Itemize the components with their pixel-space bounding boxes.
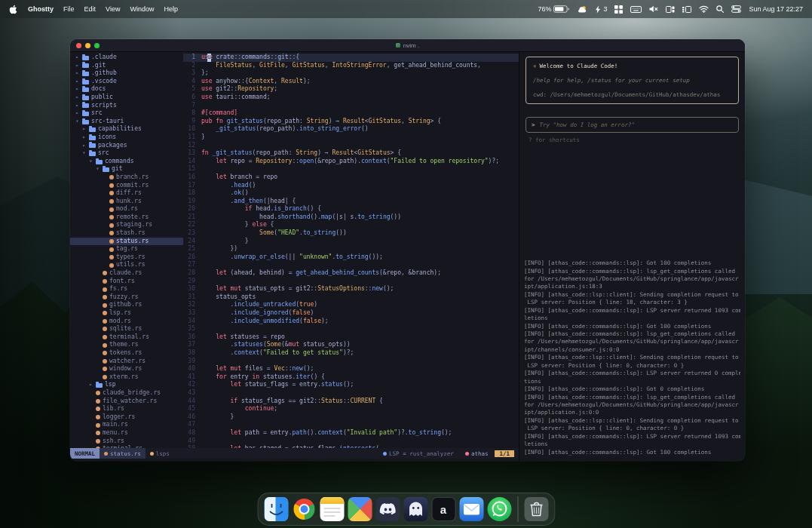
tree-folder-git[interactable]: ▾git xyxy=(70,165,183,173)
code-line[interactable]: 40 let mut files = Vec::new(); xyxy=(183,365,519,373)
tree-file-xterm.rs[interactable]: xterm.rs xyxy=(70,373,183,382)
code-line[interactable]: 22 } else { xyxy=(183,221,519,229)
code-line[interactable]: 26 .unwrap_or_else(|| "unknown".to_strin… xyxy=(183,253,519,262)
code-line[interactable]: 50 let has_staged = status_flags.interse… xyxy=(183,445,519,448)
chrome-dock-icon[interactable] xyxy=(292,497,316,521)
tree-folder-commands[interactable]: ▾commands xyxy=(70,158,183,166)
tree-file-mod.rs[interactable]: mod.rs xyxy=(70,205,183,213)
tree-file-branch.rs[interactable]: branch.rs xyxy=(70,173,183,182)
code-line[interactable]: 30 let mut status_opts = git2::StatusOpt… xyxy=(183,285,519,293)
sound-muted[interactable] xyxy=(649,5,658,13)
tree-file-claude.rs[interactable]: claude.rs xyxy=(70,269,183,278)
tree-file-hunk.rs[interactable]: hunk.rs xyxy=(70,198,183,206)
notes-dock-icon[interactable] xyxy=(320,497,344,521)
code-line[interactable]: 27 xyxy=(183,261,519,269)
tree-folder-src[interactable]: ▸src xyxy=(70,109,183,118)
battery-status[interactable]: 76% xyxy=(538,5,569,13)
tree-file-staging.rs[interactable]: staging.rs xyxy=(70,221,183,229)
tree-file-sqlite.rs[interactable]: sqlite.rs xyxy=(70,325,183,333)
discord-dock-icon[interactable] xyxy=(375,497,400,521)
tree-file-mod.rs[interactable]: mod.rs xyxy=(70,318,183,326)
apple-menu[interactable] xyxy=(9,5,17,14)
tree-file-remote.rs[interactable]: remote.rs xyxy=(70,213,183,222)
zoom-button[interactable] xyxy=(94,43,100,48)
code-line[interactable]: 43 xyxy=(183,389,519,398)
tree-file-diff.rs[interactable]: diff.rs xyxy=(70,189,183,198)
tree-folder-capabilities[interactable]: ▸capabilities xyxy=(70,125,183,134)
menu-file[interactable]: File xyxy=(63,5,75,13)
code-line[interactable]: 21 head.shorthand().map(|s| s.to_string(… xyxy=(183,213,519,222)
code-line[interactable]: 32 .include_untracked(true) xyxy=(183,301,519,309)
code-line[interactable]: 37 .statuses(Some(&mut status_opts)) xyxy=(183,341,519,349)
mail-dock-icon[interactable] xyxy=(459,497,483,521)
weather-status[interactable] xyxy=(577,5,587,13)
statusline-filename[interactable]: status.rs xyxy=(100,448,146,459)
tree-folder-icons[interactable]: ▸icons xyxy=(70,134,183,142)
code-line[interactable]: 13fn _git_status(repo_path: String) → Re… xyxy=(183,149,519,158)
tree-file-file_watcher.rs[interactable]: file_watcher.rs xyxy=(70,398,183,406)
tree-file-theme.rs[interactable]: theme.rs xyxy=(70,341,183,349)
code-line[interactable]: 25 }) xyxy=(183,245,519,253)
code-line[interactable]: 2 FileStatus, GitFile, GitStatus, IntoSt… xyxy=(183,62,519,70)
code-line[interactable]: 20 if head.is_branch() { xyxy=(183,205,519,213)
code-line[interactable]: 5use git2::Repository; xyxy=(183,85,519,94)
menu-view[interactable]: View xyxy=(106,5,120,13)
menu-edit[interactable]: Edit xyxy=(84,5,97,13)
tree-file-font.rs[interactable]: font.rs xyxy=(70,278,183,286)
code-line[interactable]: 31 status_opts xyxy=(183,293,519,302)
code-line[interactable]: 16 let branch = repo xyxy=(183,173,519,182)
code-line[interactable]: 28 let (ahead, behind) = get_ahead_behin… xyxy=(183,269,519,278)
athas-dock-icon[interactable]: a xyxy=(431,497,455,521)
notification-count[interactable]: 3 xyxy=(595,5,607,14)
code-line[interactable]: 7 xyxy=(183,102,519,110)
code-line[interactable]: 29 xyxy=(183,278,519,286)
file-tree[interactable]: ▸.claude▸.git▸.github▸.vscode▸docs▸publi… xyxy=(70,52,183,448)
menu-clock[interactable]: Sun Aug 17 22:27 xyxy=(749,5,803,13)
code-line[interactable]: 41 for entry in statuses.iter() { xyxy=(183,373,519,382)
menu-help[interactable]: Help xyxy=(164,5,178,13)
tree-file-tokens.rs[interactable]: tokens.rs xyxy=(70,349,183,358)
tree-file-ssh.rs[interactable]: ssh.rs xyxy=(70,437,183,446)
keyboard-status[interactable] xyxy=(630,6,642,13)
code-line[interactable]: 10 _git_status(repo_path).into_string_er… xyxy=(183,125,519,134)
tree-file-tag.rs[interactable]: tag.rs xyxy=(70,245,183,253)
code-line[interactable]: 8#[command] xyxy=(183,109,519,118)
code-line[interactable]: 14 let repo = Repository::open(&repo_pat… xyxy=(183,158,519,166)
code-line[interactable]: 23 Some("HEAD".to_string()) xyxy=(183,229,519,238)
code-line[interactable]: 44 if status_flags == git2::Status::CURR… xyxy=(183,398,519,406)
code-line[interactable]: 35 xyxy=(183,325,519,333)
code-line[interactable]: 17 .head() xyxy=(183,182,519,190)
finder-dock-icon[interactable] xyxy=(264,497,288,521)
close-button[interactable] xyxy=(76,43,81,48)
tree-file-commit.rs[interactable]: commit.rs xyxy=(70,182,183,190)
code-line[interactable]: 33 .include_ignored(false) xyxy=(183,309,519,318)
app-menu-ghostty[interactable]: Ghostty xyxy=(28,5,54,13)
tree-file-window.rs[interactable]: window.rs xyxy=(70,365,183,373)
code-line[interactable]: 39 xyxy=(183,358,519,366)
mosaic-dock-icon[interactable] xyxy=(348,497,372,521)
tree-folder-.vscode[interactable]: ▸.vscode xyxy=(70,78,183,86)
tree-folder-packages[interactable]: ▸packages xyxy=(70,142,183,150)
tree-folder-scripts[interactable]: ▸scripts xyxy=(70,102,183,110)
tree-file-main.rs[interactable]: main.rs xyxy=(70,421,183,429)
display-tiles[interactable] xyxy=(666,6,675,13)
tree-file-claude_bridge.rs[interactable]: claude_bridge.rs xyxy=(70,389,183,398)
code-line[interactable]: 19 .and_then(|head| { xyxy=(183,198,519,206)
code-line[interactable]: 49 xyxy=(183,437,519,446)
tree-file-status.rs[interactable]: status.rs xyxy=(70,238,183,246)
code-editor[interactable]: 1use crate::commands::git::{u2 FileStatu… xyxy=(183,52,519,448)
trash-dock-icon[interactable] xyxy=(524,497,548,521)
tree-file-logger.rs[interactable]: logger.rs xyxy=(70,413,183,422)
tree-folder-public[interactable]: ▸public xyxy=(70,94,183,102)
code-line[interactable]: 34 .include_unmodified(false); xyxy=(183,318,519,326)
ghostty-dock-icon[interactable] xyxy=(403,497,427,521)
tree-folder-.claude[interactable]: ▸.claude xyxy=(70,54,183,62)
spotlight-search[interactable] xyxy=(716,5,724,13)
code-line[interactable]: 6use tauri::command; xyxy=(183,94,519,102)
tree-file-lib.rs[interactable]: lib.rs xyxy=(70,405,183,413)
tree-folder-.git[interactable]: ▸.git xyxy=(70,62,183,70)
code-line[interactable]: 47 xyxy=(183,421,519,429)
code-line[interactable]: 12 xyxy=(183,142,519,150)
tree-file-github.rs[interactable]: github.rs xyxy=(70,301,183,309)
tree-file-fuzzy.rs[interactable]: fuzzy.rs xyxy=(70,293,183,302)
